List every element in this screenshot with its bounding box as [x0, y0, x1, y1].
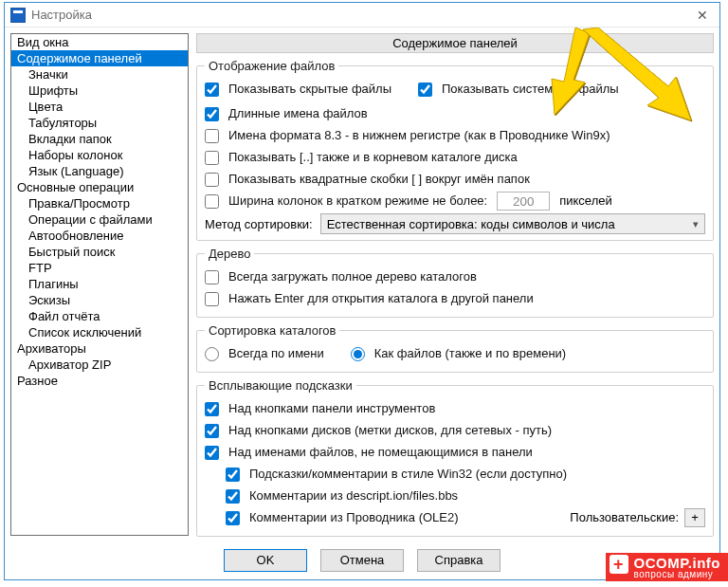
lbl-tt-toolbar: Над кнопками панели инструментов — [228, 399, 435, 418]
lbl-names83: Имена формата 8.3 - в нижнем регистре (к… — [228, 126, 610, 145]
group-dirsort: Сортировка каталогов Всегда по имени Как… — [196, 323, 714, 373]
lbl-brackets: Показывать квадратные скобки [ ] вокруг … — [228, 170, 530, 189]
combo-sort-method[interactable]: Естественная сортировка: коды символов и… — [320, 213, 705, 234]
nav-item[interactable]: Наборы колонок — [11, 147, 188, 163]
lbl-show-hidden: Показывать скрытые файлы — [228, 80, 391, 99]
chk-tt-ole2[interactable] — [226, 511, 240, 525]
lbl-enter-open: Нажать Enter для открытия каталога в дру… — [228, 289, 534, 308]
close-icon[interactable]: ✕ — [691, 8, 714, 23]
watermark-sub: вопросы админу — [634, 569, 720, 579]
nav-item[interactable]: Операции с файлами — [11, 211, 188, 228]
titlebar: Настройка ✕ — [5, 3, 719, 28]
ok-button[interactable]: OK — [224, 549, 307, 572]
radio-like-files[interactable] — [351, 347, 365, 361]
nav-item[interactable]: Шрифты — [11, 83, 188, 99]
lbl-tt-win32: Подсказки/комментарии в стиле Win32 (есл… — [249, 465, 567, 484]
chk-names83[interactable] — [205, 129, 219, 143]
lbl-tt-drives: Над кнопками дисков (метки дисков, для с… — [228, 421, 552, 440]
lbl-custom: Пользовательские: — [570, 508, 679, 527]
nav-item[interactable]: Основные операции — [11, 179, 188, 195]
chk-long-names[interactable] — [205, 107, 219, 121]
cancel-button[interactable]: Отмена — [320, 549, 404, 572]
lbl-colwidth-post: пикселей — [559, 192, 612, 211]
legend-tooltips: Всплывающие подсказки — [205, 378, 356, 393]
chk-show-system[interactable] — [418, 83, 432, 97]
app-icon — [10, 8, 26, 23]
chk-parent-root[interactable] — [205, 151, 219, 165]
chk-colwidth[interactable] — [205, 194, 219, 209]
category-tree[interactable]: Вид окнаСодержимое панелейЗначкиШрифтыЦв… — [10, 33, 189, 536]
nav-item[interactable]: Автообновление — [11, 228, 188, 244]
nav-item[interactable]: Цвета — [11, 99, 188, 115]
group-display: Отображение файлов Показывать скрытые фа… — [196, 59, 714, 241]
chk-full-tree[interactable] — [205, 270, 219, 284]
group-tooltips: Всплывающие подсказки Над кнопками панел… — [196, 378, 714, 537]
nav-item[interactable]: Вкладки папок — [11, 131, 188, 147]
nav-item[interactable]: Архиваторы — [11, 340, 188, 357]
lbl-parent-root: Показывать [..] также и в корневом катал… — [228, 148, 518, 167]
content-area: Содержимое панелей Отображение файлов По… — [196, 33, 714, 536]
lbl-show-system: Показывать системные файлы — [442, 80, 619, 99]
page-title: Содержимое панелей — [196, 33, 714, 53]
legend-dirsort: Сортировка каталогов — [205, 323, 339, 338]
chk-brackets[interactable] — [205, 173, 219, 187]
help-button[interactable]: Справка — [417, 549, 500, 572]
nav-item[interactable]: Эскизы — [11, 292, 188, 308]
chk-tt-descript[interactable] — [226, 489, 240, 504]
input-colwidth[interactable] — [497, 192, 550, 211]
chk-tt-names[interactable] — [205, 446, 219, 460]
nav-item[interactable]: Файл отчёта — [11, 308, 188, 324]
lbl-full-tree: Всегда загружать полное дерево каталогов — [228, 267, 477, 286]
legend-tree: Дерево — [205, 247, 254, 261]
lbl-tt-descript: Комментарии из descript.ion/files.bbs — [249, 486, 458, 505]
lbl-tt-ole2: Комментарии из Проводника (OLE2) — [249, 508, 459, 527]
window-title: Настройка — [31, 8, 92, 22]
lbl-like-files: Как файлов (также и по времени) — [374, 344, 566, 363]
lbl-colwidth-pre: Ширина колонок в кратком режиме не более… — [228, 192, 487, 211]
combo-sort-value: Естественная сортировка: коды символов и… — [327, 217, 615, 231]
nav-item[interactable]: Плагины — [11, 276, 188, 292]
chk-tt-drives[interactable] — [205, 424, 219, 438]
lbl-tt-names: Над именами файлов, не помещающимися в п… — [228, 443, 533, 462]
settings-window: Настройка ✕ Вид окнаСодержимое панелейЗн… — [4, 2, 720, 580]
nav-item[interactable]: Значки — [11, 66, 188, 83]
chk-tt-win32[interactable] — [226, 468, 240, 482]
lbl-sort-method: Метод сортировки: — [205, 217, 313, 231]
nav-item[interactable]: Быстрый поиск — [11, 244, 188, 260]
chevron-down-icon: ▾ — [693, 218, 699, 230]
nav-item[interactable]: Разное — [11, 373, 188, 389]
group-tree: Дерево Всегда загружать полное дерево ка… — [196, 247, 714, 318]
nav-item[interactable]: FTP — [11, 260, 188, 276]
nav-item[interactable]: Табуляторы — [11, 115, 188, 131]
chk-show-hidden[interactable] — [205, 83, 219, 97]
nav-item[interactable]: Вид окна — [11, 34, 188, 50]
lbl-by-name: Всегда по имени — [228, 344, 324, 363]
watermark: + OCOMP.info вопросы админу — [606, 553, 728, 581]
custom-tooltip-button[interactable]: + — [684, 508, 705, 527]
legend-display: Отображение файлов — [205, 59, 338, 73]
lbl-long-names: Длинные имена файлов — [228, 104, 368, 123]
radio-by-name[interactable] — [205, 347, 219, 361]
chk-tt-toolbar[interactable] — [205, 402, 219, 416]
nav-item[interactable]: Язык (Language) — [11, 163, 188, 179]
watermark-plus-icon: + — [610, 555, 628, 574]
nav-item[interactable]: Архиватор ZIP — [11, 357, 188, 373]
nav-item[interactable]: Содержимое панелей — [11, 50, 188, 66]
nav-item[interactable]: Список исключений — [11, 324, 188, 340]
nav-item[interactable]: Правка/Просмотр — [11, 195, 188, 211]
chk-enter-open[interactable] — [205, 292, 219, 306]
